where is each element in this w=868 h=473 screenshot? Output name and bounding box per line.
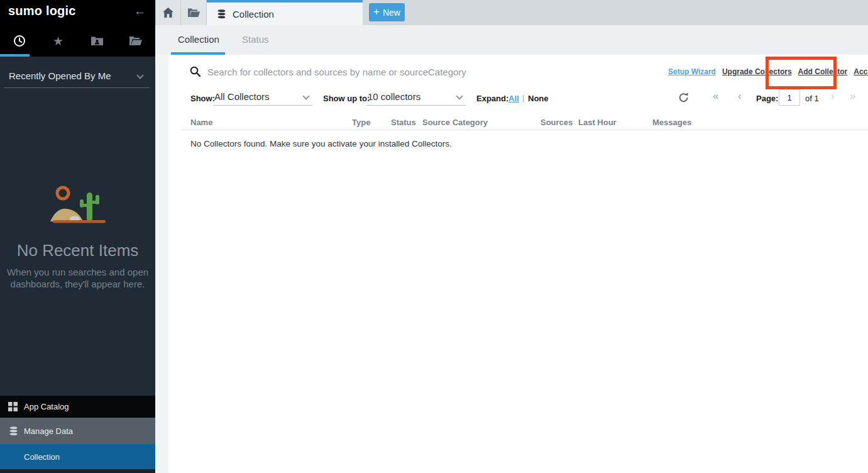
ground-icon [53,220,106,223]
sun-icon [57,187,69,199]
column-header-status: Status [391,118,416,127]
empty-table-message: No Collectors found. Make sure you activ… [190,139,452,148]
sidebar-item-manage-data[interactable]: Manage Data [0,418,155,444]
column-header-source-category: Source Category [422,118,488,127]
chevron-down-icon [136,72,143,79]
subtab-collection[interactable]: Collection [178,34,219,45]
sidebar-item-label: Collection [24,452,60,462]
new-button[interactable]: + New [369,3,405,21]
subtab-bar: Collection Status [155,25,868,55]
empty-state-caption-line2: dashboards, they'll appear here. [0,279,155,289]
plus-icon: + [373,6,380,18]
clock-icon [13,35,26,47]
page-label: Page: [756,94,778,103]
home-icon [163,8,173,18]
add-collector-link[interactable]: Add Collector [798,67,848,76]
expand-all-link[interactable]: All [508,94,519,103]
search-icon [190,66,201,77]
shared-folder-icon [91,36,103,46]
page-number-input[interactable] [779,89,800,106]
column-header-sources: Sources [541,118,573,127]
chevron-down-icon [302,92,309,99]
show-filter-value: All Collectors [214,91,270,102]
sidebar-header: sumo logic ← [0,0,155,25]
divider: | [522,93,524,103]
empty-state-caption-line1: When you run searches and open [0,267,155,277]
dropdown-underline [4,87,150,88]
expand-none-link[interactable]: None [528,94,549,103]
desert-empty-state-illustration [45,182,114,226]
collapse-sidebar-arrow-icon[interactable]: ← [134,4,146,18]
content-panel [168,55,868,473]
page-total-label: of 1 [805,94,819,103]
collector-action-links: Setup Wizard Upgrade Collectors Add Coll… [668,67,868,76]
tab-collection[interactable]: Collection [207,0,363,25]
sidebar-item-label: Manage Data [24,426,73,436]
column-header-type: Type [352,118,370,127]
upgrade-collectors-link[interactable]: Upgrade Collectors [722,67,792,76]
app-window: sumo logic ← ★ [0,0,868,473]
new-button-label: New [383,8,400,18]
show-filter-dropdown[interactable]: All Collectors [213,89,312,106]
top-tab-strip: Collection + New [155,0,868,25]
open-folder-icon [129,36,142,46]
grid-icon [8,402,18,411]
sidebar-tab-recents[interactable] [0,25,39,57]
access-keys-link[interactable]: Access Keys [854,67,868,76]
show-filter-label: Show: [190,94,215,103]
sidebar-bottom-strip [0,469,155,473]
recent-items-dropdown[interactable]: Recently Opened By Me [9,70,146,84]
refresh-icon[interactable] [678,92,689,103]
database-icon [216,9,227,19]
pagination-first-button[interactable]: « [713,91,718,101]
no-recent-items-title: No Recent Items [0,241,155,260]
setup-wizard-link[interactable]: Setup Wizard [668,67,716,76]
sidebar-active-tab-indicator [0,54,30,57]
pagination-prev-button[interactable]: ‹ [738,91,742,101]
sidebar-item-label: App Catalog [24,402,69,411]
limit-filter-label: Show up to: [323,94,370,103]
sidebar: sumo logic ← ★ [0,0,155,473]
sidebar-icon-tabs: ★ [0,25,155,57]
open-folder-icon [188,8,200,18]
table-header-divider [181,130,868,130]
pagination-next-button[interactable]: › [831,91,835,101]
folder-tab-button[interactable] [181,0,207,25]
home-tab-button[interactable] [155,0,181,25]
limit-filter-dropdown[interactable]: 10 collectors [366,89,466,106]
sidebar-item-app-catalog[interactable]: App Catalog [0,396,155,418]
database-icon [8,426,19,437]
column-header-last-hour: Last Hour [578,118,617,127]
column-header-messages: Messages [652,118,691,127]
recent-items-dropdown-label: Recently Opened By Me [9,70,111,81]
sidebar-tab-shared[interactable] [78,25,117,57]
search-input[interactable] [207,64,647,79]
subtab-status[interactable]: Status [242,34,269,45]
star-icon: ★ [53,35,63,47]
sidebar-item-collection[interactable]: Collection [0,444,155,469]
content-gutter [155,55,168,473]
sidebar-tab-favorites[interactable]: ★ [39,25,78,57]
tab-label: Collection [233,9,274,19]
limit-filter-value: 10 collectors [368,91,420,102]
chevron-down-icon [456,92,463,99]
column-header-name: Name [190,118,212,127]
pagination-last-button[interactable]: » [850,91,855,101]
sidebar-tab-library[interactable] [116,25,155,57]
expand-label: Expand: [476,94,508,103]
sumo-logic-logo: sumo logic [8,4,76,18]
